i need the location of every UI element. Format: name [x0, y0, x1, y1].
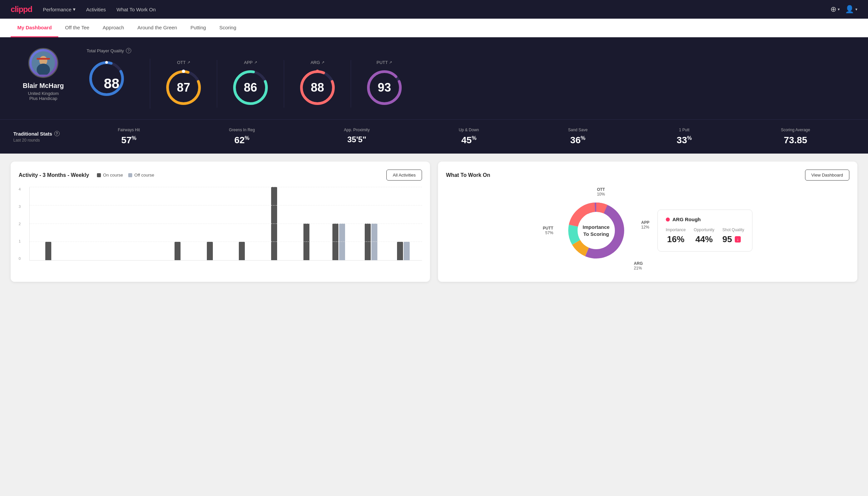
user-menu-button[interactable]: 👤 ▾	[845, 5, 857, 14]
trad-label-area: Traditional Stats ? Last 20 rounds	[13, 131, 73, 143]
y-label-4: 4	[19, 187, 21, 191]
tab-approach[interactable]: Approach	[96, 19, 130, 37]
legend-off-course: Off course	[128, 173, 154, 177]
importance-metric: Importance 16%	[666, 228, 686, 245]
y-label-0: 0	[19, 257, 21, 261]
x-labels: 7 Feb 28 Mar 9 May	[29, 263, 422, 268]
arg-score: 88	[311, 81, 324, 95]
bar-group-7	[226, 242, 258, 260]
chart-area	[29, 187, 422, 261]
bar-group-11	[355, 223, 387, 260]
nav-activities[interactable]: Activities	[86, 7, 106, 12]
trad-info-icon[interactable]: ?	[54, 131, 60, 136]
bar-group-6	[193, 242, 226, 260]
dashboard-top: Blair McHarg United Kingdom Plus Handica…	[0, 37, 868, 119]
header: clippd Performance ▾ Activities What To …	[0, 0, 868, 19]
bar-group-5	[161, 242, 193, 260]
bar-group-9	[290, 223, 323, 260]
svg-rect-3	[37, 58, 50, 60]
chart-wrapper: 0 1 2 3 4	[19, 187, 422, 268]
x-label-may: 9 May	[405, 263, 419, 268]
all-activities-button[interactable]: All Activities	[386, 170, 422, 181]
stat-app-proximity: App. Proximity 35'5"	[344, 128, 370, 145]
on-course-dot	[97, 173, 101, 177]
stat-scoring-average: Scoring Average 73.85	[781, 128, 810, 145]
putt-label: PUTT ↗	[377, 60, 392, 65]
plus-circle-icon: ⊕	[830, 5, 836, 14]
bar-group-8	[258, 187, 290, 260]
app-score: 86	[244, 81, 257, 95]
tab-scoring[interactable]: Scoring	[212, 19, 243, 37]
what-to-work-title: What To Work On	[446, 172, 490, 178]
add-chevron-icon: ▾	[838, 7, 840, 12]
total-score: 88	[104, 76, 120, 92]
tab-putting[interactable]: Putting	[184, 19, 213, 37]
scores-area: Total Player Quality ? 88	[86, 48, 855, 109]
score-arg[interactable]: ARG ↗ 88	[284, 60, 351, 108]
arg-annotation: ARG21%	[634, 261, 643, 270]
bar-group-10	[322, 223, 355, 260]
score-app[interactable]: APP ↗ 86	[217, 60, 284, 108]
trad-stats-label: Traditional Stats ?	[13, 131, 73, 137]
svg-point-14	[316, 69, 319, 73]
ott-label: OTT ↗	[177, 60, 190, 65]
ott-score: 87	[177, 81, 190, 95]
tab-my-dashboard[interactable]: My Dashboard	[11, 19, 58, 37]
add-button[interactable]: ⊕ ▾	[830, 5, 840, 14]
stat-items: Fairways Hit 57% Greens In Reg 62% App. …	[73, 128, 855, 145]
score-ott[interactable]: OTT ↗ 87	[150, 60, 217, 108]
trad-stats-sub: Last 20 rounds	[13, 138, 73, 143]
putt-score: 93	[378, 81, 391, 95]
stat-greens-in-reg: Greens In Reg 62%	[229, 128, 255, 145]
donut-center-label: ImportanceTo Scoring	[583, 223, 610, 237]
stat-1-putt: 1 Putt 33%	[677, 128, 692, 145]
view-dashboard-button[interactable]: View Dashboard	[805, 170, 849, 181]
player-country: United Kingdom	[28, 91, 59, 96]
x-label-mar: 28 Mar	[217, 263, 234, 268]
y-label-3: 3	[19, 204, 21, 208]
tab-off-the-tee[interactable]: Off the Tee	[58, 19, 96, 37]
stat-up-down: Up & Down 45%	[459, 128, 479, 145]
what-to-work-panel: What To Work On View Dashboard PUTT57% O…	[438, 161, 857, 282]
activity-panel-header: Activity - 3 Months - Weekly On course O…	[19, 170, 422, 181]
activity-legend: On course Off course	[97, 173, 154, 177]
tab-bar: My Dashboard Off the Tee Approach Around…	[0, 19, 868, 37]
traditional-stats: Traditional Stats ? Last 20 rounds Fairw…	[0, 119, 868, 154]
app-label: APP ↗	[244, 60, 257, 65]
donut-chart: ImportanceTo Scoring	[565, 199, 628, 262]
detail-metrics: Importance 16% Opportunity 44% Shot Qual…	[666, 228, 744, 245]
bar-group-1	[32, 242, 65, 260]
arg-label: ARG ↗	[311, 60, 324, 65]
chevron-down-icon: ▾	[73, 6, 76, 12]
arg-arrow-icon: ↗	[321, 60, 325, 65]
stat-sand-save: Sand Save 36%	[568, 128, 587, 145]
avatar	[28, 48, 58, 78]
y-label-1: 1	[19, 239, 21, 243]
player-row: Blair McHarg United Kingdom Plus Handica…	[13, 48, 855, 109]
nav-performance[interactable]: Performance ▾	[43, 6, 76, 12]
what-to-work-header: What To Work On View Dashboard	[446, 170, 849, 181]
player-info: Blair McHarg United Kingdom Plus Handica…	[13, 48, 73, 101]
off-course-dot	[128, 173, 132, 177]
total-quality-label: Total Player Quality ?	[86, 48, 855, 53]
legend-on-course: On course	[97, 173, 123, 177]
stat-fairways-hit: Fairways Hit 57%	[118, 128, 140, 145]
x-label-feb: 7 Feb	[32, 263, 46, 268]
nav-what-to-work[interactable]: What To Work On	[116, 7, 156, 12]
main-nav: Performance ▾ Activities What To Work On	[43, 6, 156, 12]
info-icon[interactable]: ?	[126, 48, 131, 53]
activity-panel: Activity - 3 Months - Weekly On course O…	[11, 161, 430, 282]
ott-annotation: OTT10%	[597, 187, 605, 197]
svg-point-6	[105, 61, 108, 64]
user-chevron-icon: ▾	[855, 7, 857, 12]
score-putt[interactable]: PUTT ↗ 93	[351, 60, 418, 108]
logo[interactable]: clippd	[11, 5, 32, 14]
shot-quality-metric: Shot Quality 95 ↓	[723, 228, 744, 245]
player-handicap: Plus Handicap	[29, 96, 57, 101]
shot-quality-badge: ↓	[735, 236, 741, 243]
putt-arrow-icon: ↗	[389, 60, 392, 65]
y-label-2: 2	[19, 222, 21, 226]
score-circles: 88 OTT ↗ 87	[86, 59, 855, 109]
tab-around-the-green[interactable]: Around the Green	[130, 19, 184, 37]
arg-rough-title: ARG Rough	[666, 217, 744, 222]
